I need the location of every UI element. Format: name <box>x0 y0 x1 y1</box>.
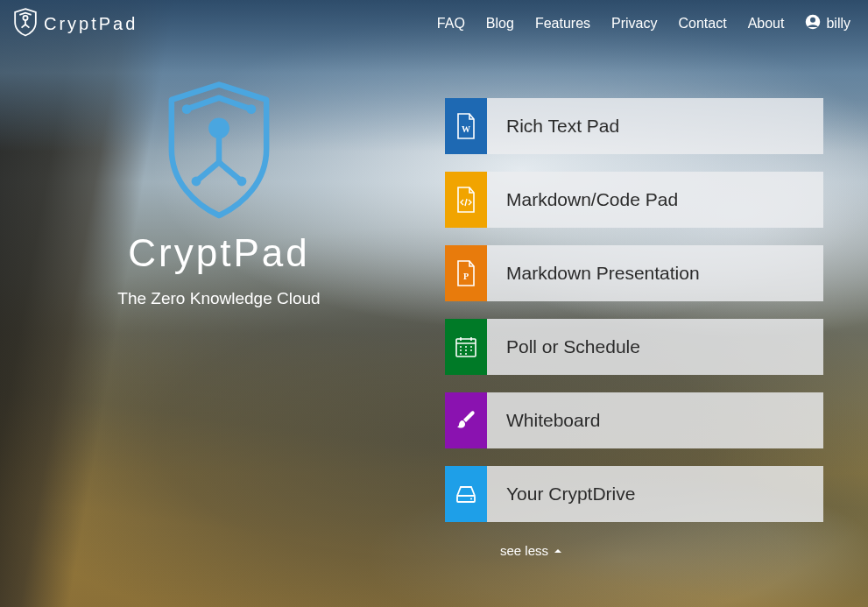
top-nav: CryptPad FAQ Blog Features Privacy Conta… <box>0 0 868 47</box>
nav-link-about[interactable]: About <box>748 16 785 32</box>
svg-point-0 <box>23 16 27 20</box>
app-label: Markdown/Code Pad <box>487 189 678 210</box>
brand-name: CryptPad <box>44 14 138 34</box>
app-code-button[interactable]: Markdown/Code Pad <box>445 172 823 228</box>
nav-link-privacy[interactable]: Privacy <box>611 16 657 32</box>
user-menu[interactable]: billy <box>805 14 850 33</box>
svg-text:P: P <box>463 272 469 281</box>
app-label: Your CryptDrive <box>487 483 635 505</box>
shield-icon <box>12 7 39 40</box>
nav-link-contact[interactable]: Contact <box>678 16 726 32</box>
nav-link-faq[interactable]: FAQ <box>437 16 465 32</box>
nav-link-blog[interactable]: Blog <box>486 16 514 32</box>
brand-logo[interactable]: CryptPad <box>12 7 138 40</box>
app-label: Markdown Presentation <box>487 263 700 284</box>
nav-link-features[interactable]: Features <box>535 16 590 32</box>
drive-icon <box>445 466 487 522</box>
app-list: W Rich Text Pad Markdown/Code Pad P Mark… <box>445 98 823 522</box>
doc-presentation-icon: P <box>445 245 487 301</box>
calendar-icon <box>445 319 487 375</box>
svg-point-6 <box>182 104 192 114</box>
see-less-toggle[interactable]: see less <box>500 543 562 558</box>
app-poll-button[interactable]: Poll or Schedule <box>445 319 823 375</box>
svg-point-12 <box>470 498 472 500</box>
app-label: Rich Text Pad <box>487 116 619 137</box>
app-label: Whiteboard <box>487 410 600 431</box>
svg-point-5 <box>237 177 247 187</box>
app-drive-button[interactable]: Your CryptDrive <box>445 466 823 522</box>
app-whiteboard-button[interactable]: Whiteboard <box>445 392 823 448</box>
svg-point-4 <box>192 177 201 187</box>
app-presentation-button[interactable]: P Markdown Presentation <box>445 245 823 301</box>
doc-word-icon: W <box>445 98 487 154</box>
see-less-label: see less <box>500 543 548 558</box>
app-label: Poll or Schedule <box>487 336 640 357</box>
hero-shield-icon <box>162 79 276 219</box>
brush-icon <box>445 392 487 448</box>
doc-code-icon <box>445 172 487 228</box>
user-name: billy <box>826 16 850 32</box>
app-richtext-button[interactable]: W Rich Text Pad <box>445 98 823 154</box>
nav-links: FAQ Blog Features Privacy Contact About … <box>437 14 850 33</box>
user-icon <box>805 14 821 33</box>
svg-point-2 <box>810 18 815 23</box>
svg-point-7 <box>246 104 256 114</box>
hero: CryptPad The Zero Knowledge Cloud <box>0 79 438 308</box>
svg-text:W: W <box>462 124 470 134</box>
hero-tagline: The Zero Knowledge Cloud <box>117 289 320 308</box>
hero-title: CryptPad <box>128 231 309 275</box>
chevron-up-icon <box>554 543 562 558</box>
